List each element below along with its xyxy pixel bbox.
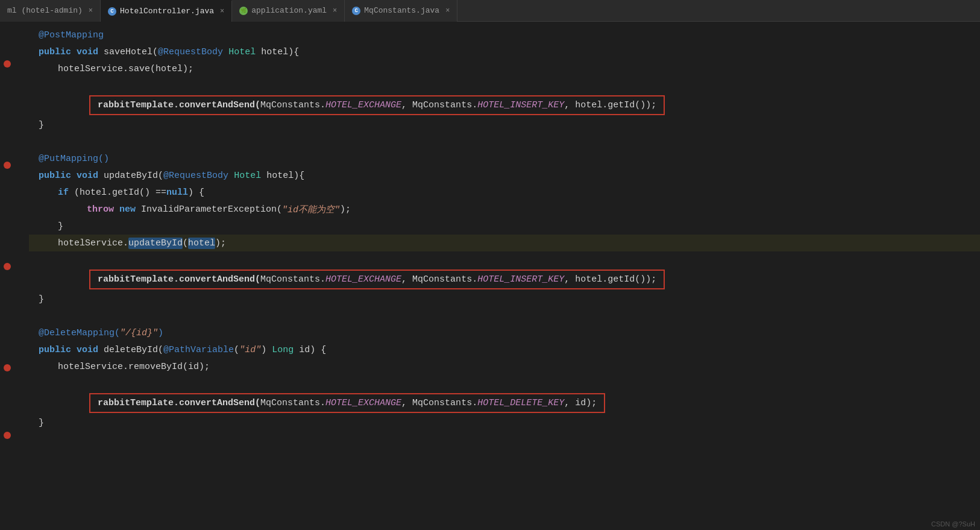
tab-hotel-controller-icon: C xyxy=(108,7,116,16)
kw-void2: void xyxy=(77,171,98,181)
tab-ml[interactable]: ml (hotel-admin) × xyxy=(0,0,101,22)
breakpoint-dot[interactable] xyxy=(4,263,11,270)
code-line: public void saveHotel( @RequestBody Hote… xyxy=(29,43,980,60)
annotation-request-body: @RequestBody xyxy=(158,47,223,57)
gutter-line xyxy=(0,106,29,123)
kw-throw: throw xyxy=(87,204,114,215)
code-line-blank xyxy=(29,251,980,268)
kw-long-type: Long xyxy=(272,345,294,355)
gutter-line xyxy=(0,258,29,275)
gutter-line xyxy=(0,241,29,258)
code-line-blank xyxy=(29,77,980,94)
code-line: hotelService.save(hotel); xyxy=(29,60,980,77)
code-content[interactable]: @PostMapping public void saveHotel( @Req… xyxy=(29,22,980,530)
kw-void3: void xyxy=(77,345,98,355)
kw-hotel-type: Hotel xyxy=(228,47,256,57)
tab-yaml-icon: 🌿 xyxy=(239,7,248,15)
code-line: } xyxy=(29,414,980,431)
gutter-line xyxy=(0,123,29,140)
kw-new: new xyxy=(119,204,136,215)
gutter xyxy=(0,22,29,530)
annotation-path-variable: @PathVariable xyxy=(163,345,234,355)
tab-hotel-controller-close[interactable]: × xyxy=(220,7,224,16)
gutter-line xyxy=(0,22,29,39)
code-line-highlighted: hotelService.updateById(hotel); xyxy=(29,235,980,251)
kw-if: if xyxy=(58,188,69,198)
tab-ml-close[interactable]: × xyxy=(89,7,93,15)
string-delete-path: "/{id}" xyxy=(120,328,158,338)
selection-updateById: updateById xyxy=(128,238,183,249)
gutter-line xyxy=(0,55,29,72)
gutter-line xyxy=(0,292,29,309)
gutter-line xyxy=(0,342,29,359)
tab-ml-label: ml (hotel-admin) xyxy=(7,6,83,15)
code-line: } xyxy=(29,218,980,235)
tab-yaml-close[interactable]: × xyxy=(333,7,337,15)
breakpoint-dot[interactable] xyxy=(4,60,11,68)
gutter-line xyxy=(0,376,29,393)
code-line: @DeleteMapping("/{id}") xyxy=(29,324,980,341)
gutter-line xyxy=(0,309,29,326)
tab-mq-constants[interactable]: C MqConstants.java × xyxy=(345,0,457,22)
code-line: @PostMapping xyxy=(29,27,980,43)
annotation-delete-mapping: @DeleteMapping( xyxy=(39,328,120,338)
gutter-line xyxy=(0,72,29,89)
tab-mq-close[interactable]: × xyxy=(445,7,450,15)
gutter-line xyxy=(0,393,29,410)
kw-public2: public xyxy=(39,171,71,181)
rabbit-box-2: rabbitTemplate.convertAndSend(MqConstant… xyxy=(29,270,980,289)
gutter-line xyxy=(0,326,29,342)
annotation-put-mapping: @PutMapping() xyxy=(39,154,109,164)
tab-application-yaml[interactable]: 🌿 application.yaml × xyxy=(232,0,345,22)
kw-null: null xyxy=(166,188,188,198)
tab-hotel-controller-label: HotelController.java xyxy=(120,7,214,16)
gutter-line xyxy=(0,224,29,241)
tab-mq-label: MqConstants.java xyxy=(364,6,439,15)
annotation-request-body2: @RequestBody xyxy=(163,171,228,181)
rabbit-box-3: rabbitTemplate.convertAndSend(MqConstant… xyxy=(29,393,980,413)
gutter-line xyxy=(0,89,29,106)
code-line: } xyxy=(29,116,980,133)
gutter-line xyxy=(0,207,29,224)
code-line: public void deleteById( @PathVariable ( … xyxy=(29,341,980,358)
gutter-line xyxy=(0,444,29,461)
breakpoint-dot[interactable] xyxy=(4,162,11,169)
string-id-empty: "id不能为空" xyxy=(282,204,340,215)
code-line-blank xyxy=(29,375,980,392)
editor-area: @PostMapping public void saveHotel( @Req… xyxy=(0,22,980,530)
breakpoint-dot[interactable] xyxy=(4,364,11,371)
breakpoint-dot[interactable] xyxy=(4,432,11,439)
kw-void: void xyxy=(77,47,98,57)
code-line: hotelService.removeById(id); xyxy=(29,358,980,375)
gutter-line xyxy=(0,39,29,55)
tab-hotel-controller[interactable]: C HotelController.java × xyxy=(101,0,232,22)
code-line: public void updateById( @RequestBody Hot… xyxy=(29,167,980,184)
code-line: if (hotel.getId() == null ) { xyxy=(29,184,980,201)
code-line-blank xyxy=(29,133,980,150)
gutter-line xyxy=(0,174,29,191)
tab-mq-icon: C xyxy=(352,7,360,15)
gutter-line xyxy=(0,191,29,207)
kw-public3: public xyxy=(39,345,71,355)
gutter-line xyxy=(0,140,29,157)
gutter-line xyxy=(0,410,29,427)
kw-hotel-type2: Hotel xyxy=(234,171,261,181)
string-id-param: "id" xyxy=(239,345,261,355)
gutter-line xyxy=(0,359,29,376)
watermark: CSDN @?SuH xyxy=(931,520,975,528)
gutter-line xyxy=(0,275,29,292)
tab-bar: ml (hotel-admin) × C HotelController.jav… xyxy=(0,0,980,22)
rabbit-box-1: rabbitTemplate.convertAndSend(MqConstant… xyxy=(29,95,980,115)
gutter-line xyxy=(0,427,29,444)
annotation-post-mapping: @PostMapping xyxy=(39,30,104,40)
gutter-line xyxy=(0,157,29,174)
code-line: } xyxy=(29,291,980,308)
code-line: @PutMapping() xyxy=(29,150,980,167)
code-line-blank xyxy=(29,308,980,324)
tab-yaml-label: application.yaml xyxy=(251,6,327,15)
kw-public: public xyxy=(39,47,71,57)
code-line-throw: throw new InvalidParameterException("id不… xyxy=(29,201,980,218)
